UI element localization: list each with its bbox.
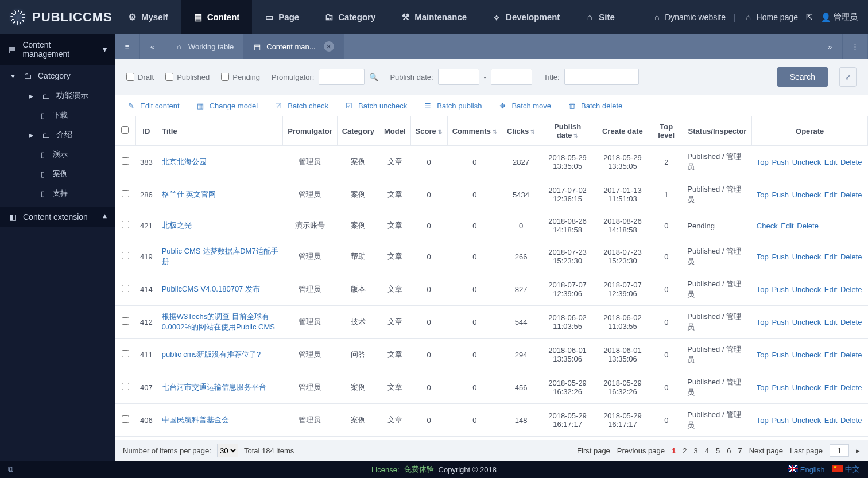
tabs-menu-icon[interactable]: ⋮: [843, 34, 868, 59]
op-edit[interactable]: Edit: [824, 351, 837, 359]
title-input[interactable]: [564, 69, 639, 85]
op-delete[interactable]: Delete: [840, 191, 862, 199]
sidebar-category-group[interactable]: ▾ 🗀 Category: [0, 65, 115, 86]
pager-first[interactable]: First page: [577, 446, 610, 455]
search-icon[interactable]: 🔍: [369, 73, 378, 81]
op-top[interactable]: Top: [757, 158, 769, 166]
close-icon[interactable]: ✕: [324, 41, 334, 52]
search-button[interactable]: Search: [777, 67, 828, 87]
op-delete[interactable]: Delete: [840, 158, 862, 166]
op-edit[interactable]: Edit: [824, 416, 837, 425]
op-top[interactable]: Top: [757, 285, 769, 294]
col-6[interactable]: Score: [410, 116, 447, 146]
external-link-icon[interactable]: ⇱: [806, 13, 813, 22]
title-link[interactable]: 根据W3Techs的调查 目前全球有0.0002%的网站在使用Public CM…: [162, 312, 275, 331]
topnav-content[interactable]: ▤Content: [181, 0, 253, 34]
filter-draft[interactable]: Draft: [126, 73, 154, 81]
row-select[interactable]: [122, 350, 129, 357]
batch-delete-button[interactable]: 🗑Batch delete: [567, 101, 622, 110]
col-11[interactable]: Top level: [650, 116, 683, 146]
pager-go[interactable]: ▸: [856, 446, 860, 455]
filter-published[interactable]: Published: [165, 73, 210, 81]
op-edit[interactable]: Edit: [824, 191, 837, 199]
title-link[interactable]: PublicCMS V4.0.180707 发布: [162, 285, 260, 293]
op-delete[interactable]: Delete: [840, 351, 862, 359]
row-select[interactable]: [122, 190, 129, 197]
op-delete[interactable]: Delete: [840, 318, 862, 327]
sidebar-item-download[interactable]: ▯ 下载: [0, 106, 115, 125]
op-push[interactable]: Push: [772, 252, 789, 261]
op-uncheck[interactable]: Uncheck: [792, 416, 822, 425]
title-link[interactable]: Public CMS 达梦数据库DM7适配手册: [162, 247, 278, 266]
pager-page-6[interactable]: 6: [727, 446, 731, 455]
homepage-link[interactable]: ⌂Home page: [744, 13, 798, 22]
op-top[interactable]: Top: [757, 318, 769, 327]
menu-toggle-icon[interactable]: ≡: [115, 34, 140, 59]
op-uncheck[interactable]: Uncheck: [792, 285, 822, 294]
pager-next[interactable]: Next page: [749, 446, 783, 455]
op-push[interactable]: Push: [772, 318, 789, 327]
op-edit[interactable]: Edit: [781, 221, 793, 230]
op-delete[interactable]: Delete: [840, 285, 862, 294]
row-select[interactable]: [122, 157, 129, 165]
sidebar-item-demo2[interactable]: ▯演示: [0, 145, 115, 164]
col-10[interactable]: Create date: [595, 116, 650, 146]
op-push[interactable]: Push: [772, 285, 789, 294]
col-5[interactable]: Model: [379, 116, 411, 146]
col-0[interactable]: [115, 116, 135, 146]
title-link[interactable]: 中国民航科普基金会: [162, 415, 229, 424]
date-from-input[interactable]: [438, 69, 479, 85]
topnav-site[interactable]: ⌂Site: [572, 0, 627, 34]
date-to-input[interactable]: [491, 69, 532, 85]
sidebar-item-case[interactable]: ▯案例: [0, 164, 115, 184]
title-link[interactable]: 格兰仕 英文官网: [162, 190, 216, 199]
op-uncheck[interactable]: Uncheck: [792, 383, 822, 392]
op-uncheck[interactable]: Uncheck: [792, 191, 822, 199]
op-check[interactable]: Check: [757, 221, 778, 230]
change-model-button[interactable]: ▦Change model: [196, 101, 258, 110]
sidebar-extension[interactable]: ◧ Content extension ▾: [0, 207, 115, 227]
op-top[interactable]: Top: [757, 252, 769, 261]
row-select[interactable]: [122, 317, 129, 325]
filter-pending[interactable]: Pending: [221, 73, 260, 81]
sidebar-title[interactable]: ▤ Content management ▾: [0, 34, 115, 65]
op-edit[interactable]: Edit: [824, 158, 837, 166]
logo[interactable]: PUBLICCMS: [0, 7, 115, 27]
edit-content-button[interactable]: ✎Edit content: [126, 101, 180, 110]
perpage-select[interactable]: 30: [217, 444, 238, 457]
pager-prev[interactable]: Previous page: [617, 446, 665, 455]
op-top[interactable]: Top: [757, 351, 769, 359]
pager-page-3[interactable]: 3: [693, 446, 698, 455]
license-link[interactable]: 免费体验: [404, 464, 434, 475]
lang-chinese[interactable]: 中文: [832, 464, 860, 475]
op-top[interactable]: Top: [757, 191, 769, 199]
filters-expand-icon[interactable]: ⤢: [839, 67, 857, 87]
col-3[interactable]: Promulgator: [283, 116, 337, 146]
op-push[interactable]: Push: [772, 416, 789, 425]
op-edit[interactable]: Edit: [824, 252, 837, 261]
pager-last[interactable]: Last page: [790, 446, 823, 455]
col-1[interactable]: ID: [135, 116, 157, 146]
op-push[interactable]: Push: [772, 351, 789, 359]
pager-page-2[interactable]: 2: [683, 446, 687, 455]
tab-working-table[interactable]: ⌂ Working table: [165, 34, 243, 59]
batch-uncheck-button[interactable]: ☑Batch uncheck: [344, 101, 407, 110]
col-12[interactable]: Status/Inspector: [683, 116, 752, 146]
select-all[interactable]: [121, 126, 129, 134]
topnav-myself[interactable]: ⚙Myself: [115, 0, 181, 34]
title-link[interactable]: 北极之光: [162, 221, 192, 230]
row-select[interactable]: [122, 285, 129, 292]
col-8[interactable]: Clicks: [502, 116, 540, 146]
tab-content-management[interactable]: ▤ Content man... ✕: [243, 34, 343, 59]
op-delete[interactable]: Delete: [840, 252, 862, 261]
op-uncheck[interactable]: Uncheck: [792, 252, 822, 261]
op-uncheck[interactable]: Uncheck: [792, 158, 822, 166]
op-edit[interactable]: Edit: [824, 318, 837, 327]
op-push[interactable]: Push: [772, 191, 789, 199]
tabs-next-icon[interactable]: »: [817, 34, 843, 59]
sidebar-item-demo[interactable]: ▸ 🗀 功能演示: [0, 86, 115, 106]
op-top[interactable]: Top: [757, 416, 769, 425]
op-push[interactable]: Push: [772, 383, 789, 392]
batch-publish-button[interactable]: ☰Batch publish: [423, 101, 482, 110]
op-delete[interactable]: Delete: [797, 221, 819, 230]
